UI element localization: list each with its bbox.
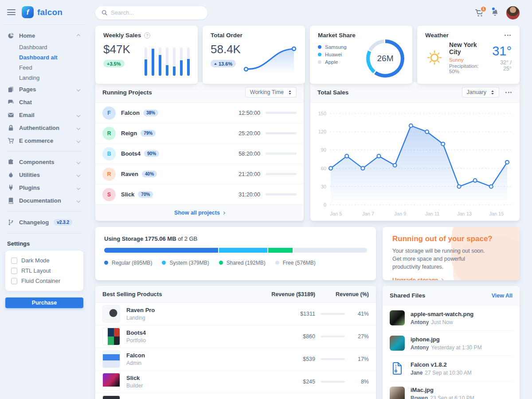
project-row-raven[interactable]: R Raven 40% 21:20:00: [95, 164, 304, 184]
chevron-down-icon: [77, 126, 80, 129]
file-row-iphone-jpg[interactable]: iphone.jpg AntonyYesterday at 1:30 PM: [390, 331, 512, 356]
sidebar-item-pages[interactable]: Pages: [4, 83, 85, 96]
legend-dot: [318, 53, 321, 56]
product-row[interactable]: [95, 393, 376, 399]
sidebar-item-utilities[interactable]: Utilities: [4, 168, 85, 181]
file-row-falcon-v1-8-2[interactable]: Falcon v1.8.2 Jane27 Sep at 10:30 AM: [390, 356, 512, 381]
help-icon[interactable]: ?: [144, 32, 150, 39]
show-all-projects-link[interactable]: Show all projects: [95, 205, 304, 221]
book-icon: [7, 197, 14, 204]
sidebar-item-home[interactable]: Home: [4, 29, 85, 42]
chart-pie-icon: [7, 32, 14, 39]
file-thumbnail: [390, 336, 405, 351]
user-avatar[interactable]: [506, 6, 520, 20]
project-row-boots4[interactable]: B Boots4 90% 58:20:00: [95, 144, 304, 164]
notifications-button[interactable]: [491, 8, 499, 17]
month-select[interactable]: January: [462, 87, 499, 98]
sidebar-item-chat[interactable]: Chat: [4, 96, 85, 109]
sidebar-divider: [7, 211, 82, 211]
more-menu-icon[interactable]: [505, 90, 512, 95]
project-time: 58:20:00: [239, 151, 260, 157]
checkbox-icon[interactable]: [11, 278, 17, 284]
chevron-up-icon: [77, 34, 80, 37]
weekly-bar-1: [145, 47, 147, 76]
sidebar-subitem-landing[interactable]: Landing: [4, 73, 85, 83]
file-row-apple-smart-watch-png[interactable]: apple-smart-watch.png AntonyJust Now: [390, 305, 512, 331]
project-row-reign[interactable]: R Reign 79% 25:20:00: [95, 123, 304, 144]
setting-toggle-rtl-layout[interactable]: RTL Layout: [11, 266, 78, 276]
project-row-slick[interactable]: S Slick 70% 31:20:00: [95, 184, 304, 205]
envelope-icon: [7, 112, 14, 118]
project-avatar: B: [102, 147, 116, 160]
product-category: Landing: [126, 315, 284, 321]
setting-toggle-dark-mode[interactable]: Dark Mode: [11, 255, 78, 266]
sidebar-item-components[interactable]: Components: [4, 156, 85, 168]
setting-toggle-fluid-container[interactable]: Fluid Container: [11, 276, 78, 286]
search-icon: [102, 10, 107, 16]
product-row-slick[interactable]: SlickBuilder $245 8%: [95, 371, 376, 393]
total-sales-line-chart: 0306090120150Jan 5Jan 7Jan 9Jan 11Jan 13…: [314, 106, 514, 219]
project-progress-bar: [266, 153, 297, 155]
svg-text:120: 120: [318, 129, 326, 134]
file-thumbnail: [390, 387, 405, 399]
brand-logo[interactable]: f falcon: [22, 6, 63, 18]
file-row-imac-jpg[interactable]: iMac.jpg Rowen23 Sep at 6:10 PM: [390, 381, 512, 399]
more-menu-icon[interactable]: [504, 33, 512, 38]
sidebar-subitem-dashboard[interactable]: Dashboard: [4, 42, 85, 52]
sidebar-divider: [7, 233, 82, 234]
sidebar-item-plugins[interactable]: Plugins: [4, 181, 85, 194]
weekly-bar-4: [166, 47, 168, 76]
svg-text:Jan 7: Jan 7: [362, 211, 374, 216]
product-revenue: $1311: [284, 311, 315, 317]
file-name: Falcon v1.8.2: [411, 361, 472, 368]
storage-legend-item: Free (576MB): [275, 258, 316, 267]
sidebar-item-e-commerce[interactable]: E commerce: [4, 134, 85, 147]
product-revenue: $860: [284, 333, 315, 340]
file-time: Just Now: [431, 319, 453, 325]
weekly-bar-3: [159, 47, 161, 76]
legend-item-huawei: Huawei: [318, 51, 366, 58]
weekly-bar-7: [187, 47, 190, 76]
checkbox-icon[interactable]: [11, 268, 17, 274]
product-revenue-pct: 17%: [350, 356, 369, 362]
sidebar-item-authentication[interactable]: Authentication: [4, 121, 85, 134]
upgrade-storage-link[interactable]: Upgrade storage: [392, 277, 443, 280]
sidebar-subitem-feed[interactable]: Feed: [4, 63, 85, 73]
weather-range: 32° / 25°: [492, 59, 512, 72]
product-revenue-bar: [321, 358, 345, 360]
product-row-falcon[interactable]: FalconAdmin $539 17%: [95, 348, 376, 371]
file-time: Yesterday at 1:30 PM: [431, 344, 481, 351]
cart-button[interactable]: 1: [475, 8, 484, 17]
project-avatar: S: [102, 188, 116, 201]
storage-total: of 2 GB: [178, 235, 197, 242]
file-owner: Rowen: [411, 395, 428, 399]
hamburger-menu-icon[interactable]: [7, 8, 16, 17]
purchase-button[interactable]: Purchase: [5, 297, 83, 308]
project-time: 25:20:00: [239, 130, 260, 137]
legend-dot: [275, 261, 279, 265]
sidebar-item-email[interactable]: Email: [4, 109, 85, 121]
product-row-raven-pro[interactable]: Raven ProLanding $1311 41%: [95, 303, 376, 325]
product-revenue-bar: [321, 313, 345, 315]
product-name: Raven Pro: [126, 307, 284, 313]
weather-card: Weather New York City Sunny Precipitatio…: [417, 26, 520, 84]
search-input[interactable]: [111, 9, 195, 16]
chevron-right-icon: [222, 211, 225, 214]
sidebar-item-documentation[interactable]: Documentation: [4, 194, 85, 207]
legend-dot: [104, 261, 108, 265]
chevron-down-icon: [77, 199, 80, 202]
space-text: Your storage will be running out soon. G…: [392, 247, 489, 271]
project-progress-badge: 79%: [141, 130, 156, 137]
sidebar-item-changelog[interactable]: Changelog v2.3.2: [4, 215, 85, 229]
project-row-falcon[interactable]: F Falcon 38% 12:50:00: [95, 103, 304, 123]
product-category: Admin: [126, 360, 284, 366]
project-name: Slick: [121, 191, 134, 198]
weekly-bar-2: [152, 47, 154, 76]
checkbox-icon[interactable]: [11, 258, 17, 264]
notification-dot: [491, 7, 496, 11]
search-box[interactable]: [95, 6, 207, 20]
working-time-select[interactable]: Working Time: [245, 87, 297, 98]
product-row-boots4[interactable]: Boots4Portfolio $860 27%: [95, 325, 376, 348]
view-all-link[interactable]: View All: [492, 293, 512, 299]
sidebar-subitem-dashboard-alt[interactable]: Dashboard alt: [4, 52, 85, 63]
